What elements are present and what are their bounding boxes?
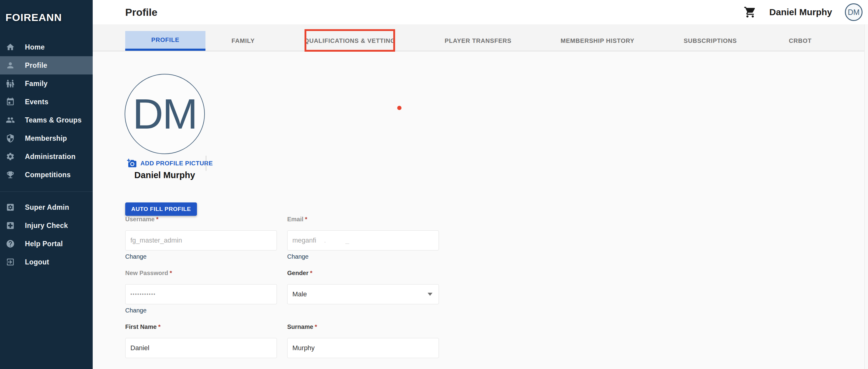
shield-icon [4, 132, 17, 144]
shopping-cart-icon[interactable] [744, 6, 756, 19]
surname-label: Surname* [287, 324, 317, 330]
sidebar-item-administration[interactable]: Administration [0, 147, 93, 166]
help-circle-icon [4, 238, 17, 250]
sidebar-item-label: Competitions [25, 171, 71, 179]
tab-profile[interactable]: PROFILE [125, 31, 206, 51]
username-label: Username* [125, 216, 159, 223]
sidebar-item-label: Family [25, 80, 48, 88]
sidebar-item-label: Membership [25, 134, 67, 143]
gender-select[interactable]: Male [287, 284, 439, 304]
sidebar-item-label: Injury Check [25, 222, 68, 230]
tab-qualifications-vetting[interactable]: QUALIFICATIONS & VETTING [281, 31, 419, 51]
password-change-link[interactable]: Change [125, 307, 147, 314]
sidebar: FOIREANN Home Profile Family Events [0, 0, 93, 369]
email-value: meganfi [292, 237, 316, 244]
sidebar-item-logout[interactable]: Logout [0, 253, 93, 271]
first-name-input[interactable] [125, 338, 277, 358]
sidebar-secondary-nav: Super Admin Injury Check Help Portal Log… [0, 198, 93, 271]
chevron-down-icon [428, 293, 432, 296]
email-label: Email* [287, 216, 307, 223]
sidebar-item-label: Events [25, 98, 48, 106]
required-asterisk: * [158, 324, 160, 330]
user-avatar[interactable]: DM [845, 3, 863, 21]
sidebar-item-family[interactable]: Family [0, 74, 93, 93]
sidebar-item-events[interactable]: Events [0, 93, 93, 111]
app-logo: FOIREANN [5, 11, 62, 23]
trophy-icon [4, 169, 17, 181]
required-asterisk: * [169, 270, 172, 276]
required-asterisk: * [156, 216, 159, 222]
tabs-bar: PROFILE FAMILY QUALIFICATIONS & VETTING … [93, 24, 868, 51]
username-input[interactable] [125, 230, 277, 250]
settings-square-icon [4, 201, 17, 213]
new-password-label: New Password* [125, 270, 172, 277]
auto-fill-profile-button[interactable]: AUTO FILL PROFILE [125, 203, 197, 216]
top-header: Profile Daniel Murphy DM [93, 0, 868, 24]
annotation-click-dot [397, 106, 401, 110]
sidebar-item-injury-check[interactable]: Injury Check [0, 216, 93, 235]
logout-icon [4, 256, 17, 268]
add-photo-camera-icon [127, 158, 137, 168]
sidebar-item-label: Super Admin [25, 203, 69, 212]
person-icon [4, 59, 17, 71]
new-password-input[interactable] [125, 284, 277, 304]
sidebar-item-label: Help Portal [25, 240, 63, 248]
email-redacted-mark: . [324, 237, 326, 244]
scrollbar[interactable] [864, 24, 868, 369]
sidebar-item-competitions[interactable]: Competitions [0, 166, 93, 184]
header-user-name: Daniel Murphy [769, 7, 832, 17]
sidebar-item-help-portal[interactable]: Help Portal [0, 235, 93, 253]
calendar-icon [4, 96, 17, 108]
gear-icon [4, 150, 17, 163]
required-asterisk: * [305, 216, 307, 222]
profile-display-name: Daniel Murphy [125, 170, 205, 180]
required-asterisk: * [310, 270, 312, 276]
tab-membership-history[interactable]: MEMBERSHIP HISTORY [537, 31, 658, 51]
profile-avatar-large: DM [125, 74, 205, 154]
page-title: Profile [125, 6, 157, 18]
sidebar-item-super-admin[interactable]: Super Admin [0, 198, 93, 216]
medical-cross-icon [4, 219, 17, 232]
gender-selected-value: Male [292, 290, 307, 298]
sidebar-item-teams-groups[interactable]: Teams & Groups [0, 111, 93, 129]
email-redacted-mark: _ [345, 237, 349, 244]
home-icon [4, 41, 17, 53]
tab-family[interactable]: FAMILY [206, 31, 281, 51]
people-icon [4, 114, 17, 126]
sidebar-item-label: Administration [25, 153, 75, 161]
tab-crbot[interactable]: CRBOT [763, 31, 838, 51]
sidebar-item-membership[interactable]: Membership [0, 129, 93, 147]
sidebar-divider [0, 191, 93, 192]
sidebar-nav: Home Profile Family Events Teams & Group… [0, 38, 93, 184]
sidebar-item-label: Logout [25, 258, 49, 266]
add-profile-picture-button[interactable]: ADD PROFILE PICTURE [127, 157, 213, 170]
tab-subscriptions[interactable]: SUBSCRIPTIONS [658, 31, 763, 51]
profile-tabs: PROFILE FAMILY QUALIFICATIONS & VETTING … [125, 31, 838, 51]
header-right-cluster: Daniel Murphy DM [744, 0, 863, 24]
surname-input[interactable] [287, 338, 439, 358]
tab-player-transfers[interactable]: PLAYER TRANSFERS [419, 31, 537, 51]
required-asterisk: * [315, 324, 317, 330]
username-change-link[interactable]: Change [125, 253, 147, 260]
sidebar-item-label: Profile [25, 61, 48, 70]
sidebar-item-label: Home [25, 43, 45, 51]
first-name-label: First Name* [125, 324, 160, 330]
avatar-initials: DM [132, 89, 197, 139]
sidebar-item-label: Teams & Groups [25, 116, 82, 124]
vertical-divider [206, 156, 206, 171]
email-change-link[interactable]: Change [287, 253, 308, 260]
family-icon [4, 78, 17, 90]
email-input[interactable]: meganfi . _ [287, 230, 439, 250]
gender-label: Gender* [287, 270, 312, 277]
add-profile-picture-label: ADD PROFILE PICTURE [141, 160, 213, 167]
sidebar-item-profile[interactable]: Profile [0, 56, 93, 74]
sidebar-item-home[interactable]: Home [0, 38, 93, 56]
